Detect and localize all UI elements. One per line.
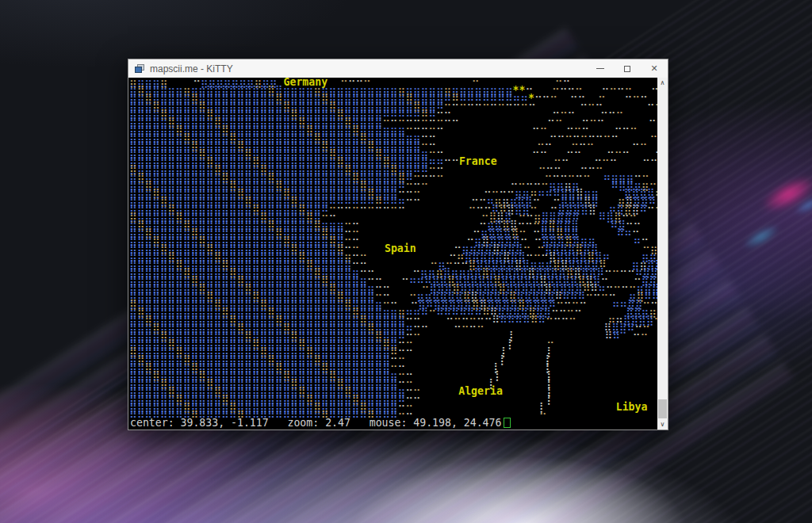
scrollbar-thumb[interactable] bbox=[658, 399, 667, 418]
close-button[interactable]: ✕ bbox=[641, 59, 668, 78]
maximize-icon bbox=[624, 66, 630, 72]
minimize-button[interactable] bbox=[587, 59, 614, 78]
scrollbar[interactable]: ∧ ∨ bbox=[657, 78, 668, 429]
ascii-map[interactable]: ⣶⣶⣶⣶⣶ ⠒⣶⣶⣶⣶⣶⣶⣶⣶⣶⣶ Germany ⠒⠒⠒⠒ ⠒ ⠒⠒ ⣿⣿⣿⣿… bbox=[129, 78, 657, 419]
title-bar[interactable]: mapscii.me - KiTTY ✕ bbox=[128, 59, 668, 78]
terminal-cursor bbox=[504, 418, 511, 428]
terminal-screen[interactable]: ⣶⣶⣶⣶⣶ ⠒⣶⣶⣶⣶⣶⣶⣶⣶⣶⣶ Germany ⠒⠒⠒⠒ ⠒ ⠒⠒ ⣿⣿⣿⣿… bbox=[128, 78, 657, 429]
kitty-app-icon bbox=[135, 64, 145, 74]
window-controls: ✕ bbox=[587, 59, 668, 78]
scrollbar-up-icon[interactable]: ∧ bbox=[657, 78, 668, 88]
window-title: mapscii.me - KiTTY bbox=[150, 63, 233, 74]
status-text: center: 39.833, -1.117 zoom: 2.47 mouse:… bbox=[130, 417, 501, 429]
kitty-icon-front-screen bbox=[135, 67, 142, 73]
status-bar: center: 39.833, -1.117 zoom: 2.47 mouse:… bbox=[130, 418, 511, 429]
scrollbar-down-icon[interactable]: ∨ bbox=[657, 419, 668, 429]
minimize-icon bbox=[596, 68, 604, 69]
kitty-terminal-window: mapscii.me - KiTTY ✕ ⣶⣶⣶⣶⣶ ⠒⣶⣶⣶⣶⣶⣶⣶⣶⣶⣶ G… bbox=[128, 59, 668, 430]
maximize-button[interactable] bbox=[614, 59, 641, 78]
